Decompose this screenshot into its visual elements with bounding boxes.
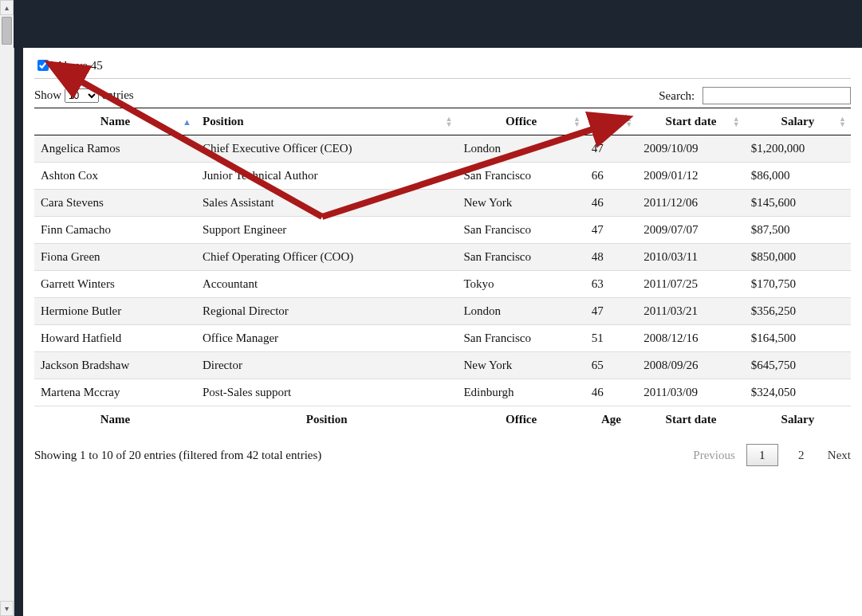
cell: 63 xyxy=(585,271,637,298)
cell: Director xyxy=(196,352,457,379)
cell: New York xyxy=(457,190,585,217)
column-footer-label: Start date xyxy=(637,406,745,434)
cell: 48 xyxy=(585,244,637,271)
column-header[interactable]: Start date▲▼ xyxy=(637,108,745,135)
cell: San Francisco xyxy=(457,217,585,244)
column-header[interactable]: Name▲ xyxy=(34,108,196,135)
cell: Fiona Green xyxy=(34,244,196,271)
cell: 2011/03/09 xyxy=(637,379,745,406)
column-footer-label: Office xyxy=(457,406,585,434)
cell: Garrett Winters xyxy=(34,271,196,298)
sort-icon: ▲▼ xyxy=(573,116,581,128)
cell: Angelica Ramos xyxy=(34,135,196,163)
cell: Accountant xyxy=(196,271,457,298)
table-row: Fiona GreenChief Operating Officer (COO)… xyxy=(34,244,851,271)
search-control: Search: xyxy=(659,87,851,104)
cell: Cara Stevens xyxy=(34,190,196,217)
cell: 46 xyxy=(585,190,637,217)
cell: $324,050 xyxy=(745,379,851,406)
window-scrollbar[interactable]: ▴ ▾ xyxy=(0,0,14,616)
column-header[interactable]: Salary▲▼ xyxy=(745,108,851,135)
column-header-label: Office xyxy=(506,115,537,128)
cell: 2009/01/12 xyxy=(637,163,745,190)
column-header-label: Start date xyxy=(666,115,717,128)
column-header[interactable]: Position▲▼ xyxy=(196,108,457,135)
cell: New York xyxy=(457,352,585,379)
scroll-up-icon[interactable]: ▴ xyxy=(0,0,14,15)
column-header-label: Salary xyxy=(781,115,815,128)
search-input[interactable] xyxy=(703,87,851,104)
filter-above-45-checkbox[interactable] xyxy=(37,60,49,71)
cell: 2009/07/07 xyxy=(637,217,745,244)
cell: Post-Sales support xyxy=(196,379,457,406)
cell: $356,250 xyxy=(745,298,851,325)
pagination-page[interactable]: 2 xyxy=(786,445,817,465)
cell: $850,000 xyxy=(745,244,851,271)
cell: Finn Camacho xyxy=(34,217,196,244)
pagination-previous[interactable]: Previous xyxy=(693,449,735,462)
cell: 2008/12/16 xyxy=(637,325,745,352)
column-footer-label: Age xyxy=(585,406,637,434)
sort-icon: ▲▼ xyxy=(445,116,452,128)
page-length-select[interactable]: 102550100 xyxy=(65,88,99,103)
data-table: Name▲Position▲▼Office▲▼Age▲▼Start date▲▼… xyxy=(34,108,851,433)
column-header-label: Position xyxy=(203,115,244,128)
scroll-thumb[interactable] xyxy=(2,17,12,45)
cell: 47 xyxy=(585,298,637,325)
sort-icon: ▲ xyxy=(183,119,191,124)
cell: London xyxy=(457,298,585,325)
length-suffix: entries xyxy=(102,88,134,101)
filter-above-45-label[interactable]: Above 45 xyxy=(56,59,103,73)
cell: Support Engineer xyxy=(196,217,457,244)
pagination-page[interactable]: 1 xyxy=(746,444,778,466)
table-row: Hermione ButlerRegional DirectorLondon47… xyxy=(34,298,851,325)
table-row: Cara StevensSales AssistantNew York46201… xyxy=(34,190,851,217)
cell: $1,200,000 xyxy=(745,135,851,163)
pagination-next[interactable]: Next xyxy=(828,449,851,462)
cell: Edinburgh xyxy=(457,379,585,406)
scroll-down-icon[interactable]: ▾ xyxy=(0,601,14,616)
cell: Jackson Bradshaw xyxy=(34,352,196,379)
cell: 2010/03/11 xyxy=(637,244,745,271)
cell: London xyxy=(457,135,585,163)
column-header[interactable]: Age▲▼ xyxy=(585,108,637,135)
table-row: Martena MccrayPost-Sales supportEdinburg… xyxy=(34,379,851,406)
sort-icon: ▲▼ xyxy=(839,116,846,128)
pagination: Previous 12 Next xyxy=(693,444,851,466)
table-row: Finn CamachoSupport EngineerSan Francisc… xyxy=(34,217,851,244)
cell: Ashton Cox xyxy=(34,163,196,190)
table-row: Jackson BradshawDirectorNew York652008/0… xyxy=(34,352,851,379)
cell: Junior Technical Author xyxy=(196,163,457,190)
top-nav-bar xyxy=(14,0,862,48)
page-length-control: Show 102550100 entries xyxy=(34,88,134,103)
table-row: Garrett WintersAccountantTokyo632011/07/… xyxy=(34,271,851,298)
cell: San Francisco xyxy=(457,244,585,271)
cell: 47 xyxy=(585,135,637,163)
column-footer-label: Salary xyxy=(745,406,851,434)
cell: 47 xyxy=(585,217,637,244)
column-footer-label: Name xyxy=(34,406,196,434)
column-header[interactable]: Office▲▼ xyxy=(457,108,585,135)
cell: $145,600 xyxy=(745,190,851,217)
column-footer-label: Position xyxy=(196,406,457,434)
cell: 2011/12/06 xyxy=(637,190,745,217)
sort-icon: ▲▼ xyxy=(625,116,632,128)
length-prefix: Show xyxy=(34,88,61,101)
cell: $645,750 xyxy=(745,352,851,379)
filter-row: Above 45 xyxy=(34,57,851,79)
sort-icon: ▲▼ xyxy=(733,116,740,128)
table-header: Name▲Position▲▼Office▲▼Age▲▼Start date▲▼… xyxy=(34,108,851,135)
cell: Office Manager xyxy=(196,325,457,352)
cell: Regional Director xyxy=(196,298,457,325)
column-header-label: Name xyxy=(100,115,131,128)
cell: Howard Hatfield xyxy=(34,325,196,352)
cell: Chief Operating Officer (COO) xyxy=(196,244,457,271)
cell: Chief Executive Officer (CEO) xyxy=(196,135,457,163)
table-row: Angelica RamosChief Executive Officer (C… xyxy=(34,135,851,163)
cell: 2011/03/21 xyxy=(637,298,745,325)
cell: 65 xyxy=(585,352,637,379)
scroll-track[interactable] xyxy=(0,15,14,601)
cell: $164,500 xyxy=(745,325,851,352)
cell: Sales Assistant xyxy=(196,190,457,217)
cell: 66 xyxy=(585,163,637,190)
